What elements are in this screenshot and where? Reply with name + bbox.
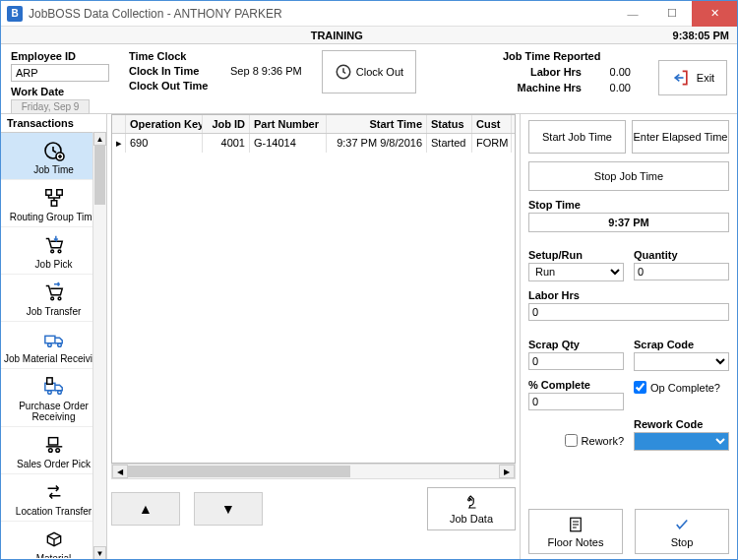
scrap-qty-input[interactable] (528, 352, 624, 370)
sidebar-item-po-recv[interactable]: Purchase Order Receiving (1, 369, 106, 427)
operations-grid[interactable]: Operation Key Job ID Part Number Start T… (111, 114, 516, 464)
sidebar-item-label: Job Pick (3, 259, 104, 270)
pct-complete-label: % Complete (528, 379, 624, 391)
stop-time-label: Stop Time (528, 199, 729, 211)
svg-rect-16 (46, 378, 52, 384)
mode-label: TRAINING (1, 30, 673, 41)
scroll-up-icon[interactable]: ▲ (93, 132, 106, 146)
job-data-label: Job Data (450, 513, 493, 525)
svg-point-18 (48, 449, 52, 453)
cart-down-icon (40, 233, 68, 257)
svg-rect-3 (45, 190, 51, 196)
col-part[interactable]: Part Number (250, 115, 327, 133)
hscroll-thumb[interactable] (128, 466, 350, 477)
op-complete-checkbox[interactable] (634, 381, 646, 394)
machine-hrs-label: Machine Hrs (503, 82, 582, 93)
close-button[interactable]: ✕ (692, 1, 737, 27)
transfer-icon (40, 480, 68, 504)
scroll-left-icon[interactable]: ◀ (112, 465, 128, 478)
sidebar-item-label: Sales Order Pick (3, 459, 104, 469)
svg-point-20 (468, 499, 470, 501)
pct-complete-input[interactable] (528, 393, 624, 410)
sidebar-list[interactable]: Job Time Routing Group Time Job Pick Job… (1, 133, 106, 558)
nav-up-button[interactable]: ▲ (111, 492, 180, 526)
minimize-button[interactable]: — (613, 1, 652, 27)
rework-label: Rework? (582, 435, 624, 447)
clock-in-value: Sep 8 9:36 PM (230, 65, 302, 77)
sidebar-title: Transactions (1, 114, 106, 133)
enter-elapsed-button[interactable]: Enter Elapsed Time (632, 120, 729, 154)
sidebar-item-label: Job Transfer (3, 306, 104, 317)
work-date-label: Work Date (11, 86, 109, 97)
machine-hrs-value: 0.00 (591, 82, 631, 93)
sidebar-item-label: Material (3, 553, 104, 558)
employee-id-input[interactable] (11, 64, 109, 82)
svg-rect-5 (51, 201, 57, 207)
rework-checkbox[interactable] (565, 434, 578, 447)
scroll-right-icon[interactable]: ▶ (499, 465, 515, 478)
quantity-input[interactable] (634, 263, 729, 280)
scrap-code-label: Scrap Code (634, 339, 729, 350)
sidebar-item-job-time[interactable]: Job Time (1, 133, 106, 180)
scroll-track[interactable] (93, 146, 106, 546)
grid-area: Operation Key Job ID Part Number Start T… (107, 114, 521, 560)
window-title: JobBOSS Data Collection - ANTHONY PARKER (29, 7, 613, 21)
grid-row[interactable]: ▸ 690 4001 G-14014 9:37 PM 9/8/2016 Star… (112, 134, 515, 153)
col-status[interactable]: Status (427, 115, 472, 133)
grid-body[interactable]: ▸ 690 4001 G-14014 9:37 PM 9/8/2016 Star… (112, 134, 515, 463)
clock-out-label: Clock Out Time (129, 80, 222, 92)
sidebar-item-label: Job Material Receiving (3, 353, 104, 364)
sidebar-scrollbar[interactable]: ▲ ▼ (92, 132, 106, 560)
col-rowmark[interactable] (112, 115, 126, 133)
job-time-reported-label: Job Time Reported (503, 50, 631, 62)
job-data-button[interactable]: Job Data (427, 487, 516, 530)
maximize-button[interactable]: ☐ (652, 1, 692, 27)
clock-in-label: Clock In Time (129, 65, 222, 77)
col-op-key[interactable]: Operation Key (126, 115, 203, 133)
labor-hrs-input-label: Labor Hrs (528, 289, 729, 301)
rework-code-select[interactable] (634, 432, 729, 451)
scroll-thumb[interactable] (94, 146, 105, 205)
scrap-qty-label: Scrap Qty (528, 339, 624, 350)
col-start[interactable]: Start Time (327, 115, 427, 133)
floor-notes-button[interactable]: Floor Notes (528, 509, 623, 554)
sidebar-item-material-recv[interactable]: Job Material Receiving (1, 322, 106, 369)
rework-code-label: Rework Code (634, 418, 729, 430)
setup-run-select[interactable]: Run (528, 263, 624, 281)
scrap-code-select[interactable] (634, 352, 729, 371)
sidebar-item-material[interactable]: Material (1, 522, 106, 558)
svg-rect-4 (56, 190, 62, 196)
col-cust[interactable]: Cust (472, 115, 512, 133)
sidebar-item-loc-transfer[interactable]: Location Transfer (1, 474, 106, 522)
start-job-time-button[interactable]: Start Job Time (528, 120, 626, 154)
cell-status: Started (427, 134, 472, 153)
stop-label: Stop (671, 536, 694, 548)
stop-job-time-button[interactable]: Stop Job Time (528, 161, 729, 191)
routing-icon (40, 186, 68, 210)
sidebar: Transactions Job Time Routing Group Time… (1, 114, 107, 560)
sidebar-item-job-pick[interactable]: Job Pick (1, 227, 106, 275)
clock-plus-icon (40, 139, 68, 162)
cell-part: G-14014 (250, 134, 327, 153)
grid-hscrollbar[interactable]: ◀ ▶ (111, 464, 516, 479)
labor-hrs-input[interactable] (528, 303, 729, 321)
sidebar-item-routing-group[interactable]: Routing Group Time (1, 180, 106, 227)
exit-button-label: Exit (697, 72, 714, 84)
exit-icon (671, 68, 691, 88)
clock-out-button[interactable]: Clock Out (322, 50, 416, 93)
box-cart-icon (40, 433, 68, 457)
cell-op-key: 690 (126, 134, 203, 153)
floor-notes-label: Floor Notes (548, 536, 604, 548)
labor-hrs-label: Labor Hrs (503, 66, 582, 78)
sidebar-item-so-pick[interactable]: Sales Order Pick (1, 427, 106, 474)
col-job-id[interactable]: Job ID (203, 115, 250, 133)
cell-cust: FORM (472, 134, 512, 153)
scroll-down-icon[interactable]: ▼ (93, 546, 106, 560)
sidebar-item-job-transfer[interactable]: Job Transfer (1, 275, 106, 322)
nav-down-button[interactable]: ▼ (194, 492, 263, 526)
exit-button[interactable]: Exit (658, 60, 727, 95)
svg-point-19 (55, 449, 59, 453)
hscroll-track[interactable] (128, 465, 499, 478)
stop-button[interactable]: Stop (635, 509, 729, 554)
quantity-label: Quantity (634, 249, 729, 261)
